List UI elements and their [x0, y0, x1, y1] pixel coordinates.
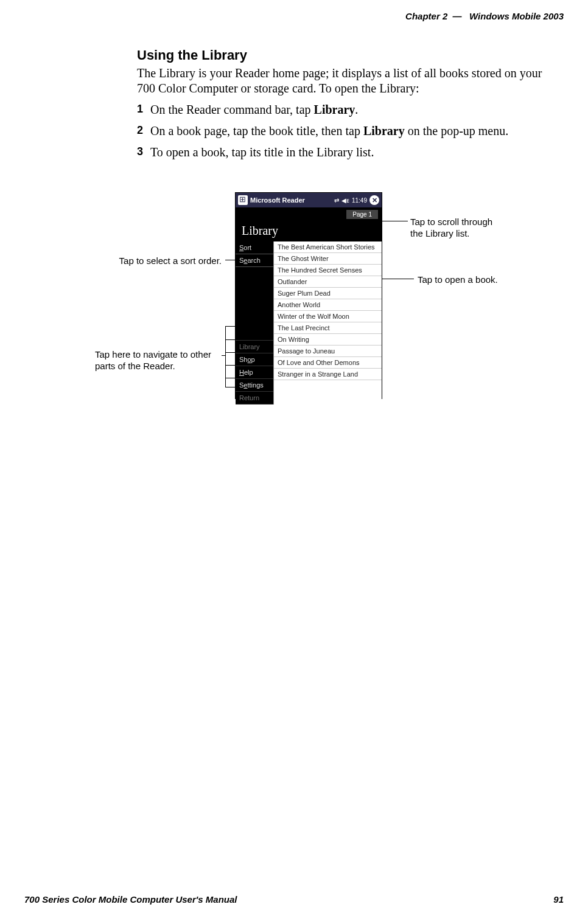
- titlebar: Microsoft Reader ⇄ ◀ᴇ 11:49 ✕: [236, 193, 382, 207]
- step-3: 3 To open a book, tap its title in the L…: [137, 145, 563, 160]
- list-item[interactable]: The Ghost Writer: [274, 253, 382, 265]
- step-text: To open a book, tap its title in the Lib…: [150, 145, 563, 160]
- header-dash: —: [453, 11, 462, 21]
- page-header: Chapter 2 — Windows Mobile 2003: [405, 11, 564, 21]
- page-footer: 700 Series Color Mobile Computer User's …: [24, 894, 564, 905]
- list-item[interactable]: The Last Precinct: [274, 322, 382, 334]
- list-item[interactable]: Winter of the Wolf Moon: [274, 311, 382, 322]
- sidebar-sort[interactable]: Sort: [236, 241, 273, 254]
- close-icon[interactable]: ✕: [369, 195, 379, 205]
- callout-nav: Tap here to navigate to other parts of t…: [95, 349, 223, 372]
- connectivity-icon: ⇄: [334, 197, 339, 204]
- callout-sort: Tap to select a sort order.: [112, 255, 222, 267]
- list-item[interactable]: Of Love and Other Demons: [274, 357, 382, 369]
- step-text: On the Reader command bar, tap Library.: [150, 102, 563, 117]
- list-item[interactable]: Suger Plum Dead: [274, 288, 382, 299]
- step-text: On a book page, tap the book title, then…: [150, 123, 563, 139]
- header-title: Windows Mobile 2003: [469, 11, 564, 21]
- list-item[interactable]: The Hundred Secret Senses: [274, 265, 382, 276]
- sidebar-settings[interactable]: Settings: [236, 379, 273, 392]
- list-item[interactable]: Outlander: [274, 276, 382, 288]
- list-item[interactable]: Stranger in a Strange Land: [274, 369, 382, 380]
- callout-line: [222, 355, 225, 356]
- chapter-label: Chapter 2: [405, 11, 447, 21]
- callout-line: [225, 260, 235, 260]
- step-num: 2: [137, 123, 150, 139]
- section-intro: The Library is your Reader home page; it…: [137, 66, 563, 96]
- callout-scroll: Tap to scroll through the Library list.: [410, 217, 508, 240]
- sidebar: Sort Search Library Shop Help Settings R…: [236, 241, 274, 405]
- page-indicator[interactable]: Page 1: [346, 210, 378, 219]
- step-num: 1: [137, 102, 150, 117]
- library-title: Library: [242, 224, 278, 238]
- callout-line: [225, 378, 235, 378]
- callout-open: Tap to open a book.: [418, 274, 498, 286]
- device-screenshot: Microsoft Reader ⇄ ◀ᴇ 11:49 ✕ Library Pa…: [235, 192, 382, 399]
- list-item[interactable]: On Writing: [274, 334, 382, 346]
- callout-line: [225, 339, 235, 340]
- step-num: 3: [137, 145, 150, 160]
- sidebar-gap: [236, 267, 273, 341]
- sidebar-help[interactable]: Help: [236, 366, 273, 379]
- callout-line: [225, 387, 235, 387]
- callout-line: [225, 326, 235, 327]
- sidebar-shop[interactable]: Shop: [236, 353, 273, 366]
- step-1: 1 On the Reader command bar, tap Library…: [137, 102, 563, 117]
- status-icons: ⇄ ◀ᴇ 11:49: [334, 197, 367, 204]
- library-body: Sort Search Library Shop Help Settings R…: [236, 241, 382, 405]
- library-header: Library Page 1: [236, 207, 382, 241]
- callout-line: [225, 352, 235, 353]
- callout-line: [225, 365, 235, 366]
- list-item[interactable]: Passage to Juneau: [274, 346, 382, 357]
- list-item[interactable]: The Best American Short Stories: [274, 241, 382, 253]
- section-title: Using the Library: [137, 47, 563, 63]
- start-icon[interactable]: [238, 195, 248, 205]
- sidebar-library: Library: [236, 341, 273, 353]
- clock-text: 11:49: [352, 197, 367, 204]
- list-item[interactable]: Another World: [274, 299, 382, 311]
- footer-title: 700 Series Color Mobile Computer User's …: [24, 894, 237, 905]
- body-content: Using the Library The Library is your Re…: [137, 47, 563, 166]
- app-title: Microsoft Reader: [250, 196, 332, 204]
- page-number: 91: [553, 894, 564, 905]
- sidebar-search[interactable]: Search: [236, 254, 273, 267]
- figure: Tap to select a sort order. Tap here to …: [91, 192, 566, 405]
- callout-line: [381, 221, 408, 221]
- book-list: The Best American Short Stories The Ghos…: [274, 241, 382, 405]
- step-2: 2 On a book page, tap the book title, th…: [137, 123, 563, 139]
- sidebar-return: Return: [236, 392, 273, 405]
- speaker-icon: ◀ᴇ: [341, 197, 349, 204]
